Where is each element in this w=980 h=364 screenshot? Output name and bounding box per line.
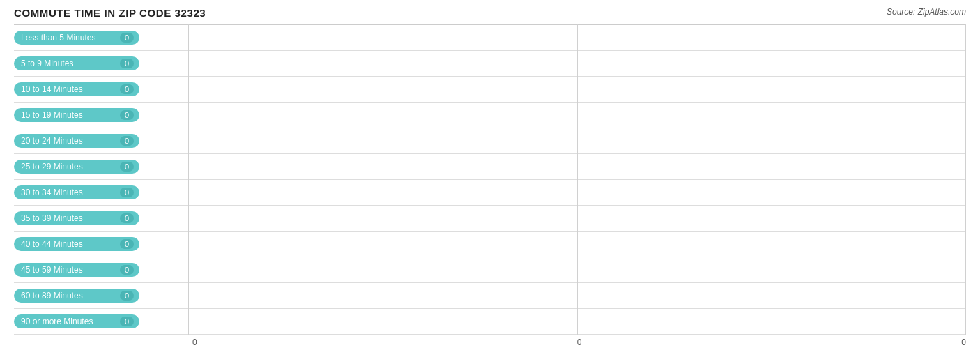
bar-row: 25 to 29 Minutes0 [14,154,966,180]
bar-track [139,208,966,229]
bar-label-text: 45 to 59 Minutes [21,265,83,275]
bar-track [139,53,966,74]
chart-header: COMMUTE TIME IN ZIP CODE 32323 Source: Z… [14,7,966,19]
bar-row: 40 to 44 Minutes0 [14,232,966,257]
bar-row: 45 to 59 Minutes0 [14,257,966,283]
bar-track [139,156,966,177]
bar-track [139,259,966,280]
bar-row: 90 or more Minutes0 [14,309,966,335]
bar-value-badge: 0 [120,84,134,94]
bar-label-pill: 40 to 44 Minutes0 [14,237,139,251]
x-axis-labels: 000 [188,338,966,347]
bar-value-badge: 0 [120,188,134,197]
bar-value-badge: 0 [120,265,134,275]
bar-label-text: 35 to 39 Minutes [21,213,83,223]
x-axis-label: 0 [192,338,197,347]
bar-label-pill: 60 to 89 Minutes0 [14,289,139,303]
x-axis-label: 0 [961,338,966,347]
bar-track [139,234,966,255]
bar-value-badge: 0 [120,239,134,249]
bar-row: 20 to 24 Minutes0 [14,128,966,154]
chart-container: COMMUTE TIME IN ZIP CODE 32323 Source: Z… [14,7,966,347]
bar-label-text: 20 to 24 Minutes [21,136,83,146]
bar-row: 30 to 34 Minutes0 [14,180,966,206]
bar-track [139,27,966,48]
bar-label-pill: 35 to 39 Minutes0 [14,211,139,225]
bar-label-pill: 5 to 9 Minutes0 [14,56,139,70]
bar-row: 5 to 9 Minutes0 [14,51,966,77]
bar-value-badge: 0 [120,59,134,68]
bar-track [139,311,966,332]
bar-row: 15 to 19 Minutes0 [14,103,966,128]
bar-label-text: 5 to 9 Minutes [21,59,73,68]
bar-value-badge: 0 [120,110,134,120]
bar-label-text: Less than 5 Minutes [21,33,95,43]
chart-source: Source: ZipAtlas.com [887,7,966,17]
bar-label-text: 60 to 89 Minutes [21,291,83,301]
bar-label-pill: 45 to 59 Minutes0 [14,263,139,277]
bar-value-badge: 0 [120,162,134,172]
bar-label-text: 15 to 19 Minutes [21,110,83,120]
bar-value-badge: 0 [120,317,134,326]
bar-value-badge: 0 [120,33,134,43]
bar-value-badge: 0 [120,291,134,301]
bar-value-badge: 0 [120,136,134,146]
bar-value-badge: 0 [120,213,134,223]
bar-track [139,285,966,306]
bar-label-pill: 90 or more Minutes0 [14,314,139,328]
bar-row: 35 to 39 Minutes0 [14,206,966,232]
bar-track [139,105,966,126]
bar-track [139,182,966,203]
bar-row: 60 to 89 Minutes0 [14,283,966,309]
chart-title: COMMUTE TIME IN ZIP CODE 32323 [14,7,206,19]
bar-label-text: 90 or more Minutes [21,317,93,326]
bar-label-pill: 25 to 29 Minutes0 [14,160,139,174]
bar-label-text: 40 to 44 Minutes [21,239,83,249]
bar-label-pill: 15 to 19 Minutes0 [14,108,139,122]
bar-label-pill: Less than 5 Minutes0 [14,31,139,45]
bar-label-text: 10 to 14 Minutes [21,84,83,94]
bar-label-pill: 30 to 34 Minutes0 [14,185,139,199]
bar-label-text: 25 to 29 Minutes [21,162,83,172]
bar-row: Less than 5 Minutes0 [14,25,966,51]
x-axis-row: 000 [14,338,966,347]
bar-track [139,79,966,100]
chart-rows-wrapper: Less than 5 Minutes05 to 9 Minutes010 to… [14,24,966,335]
x-axis-label: 0 [577,338,582,347]
bar-track [139,130,966,151]
bar-label-pill: 20 to 24 Minutes0 [14,134,139,148]
bar-row: 10 to 14 Minutes0 [14,77,966,103]
bar-label-text: 30 to 34 Minutes [21,188,83,197]
bar-label-pill: 10 to 14 Minutes0 [14,82,139,96]
chart-area: Less than 5 Minutes05 to 9 Minutes010 to… [14,24,966,335]
